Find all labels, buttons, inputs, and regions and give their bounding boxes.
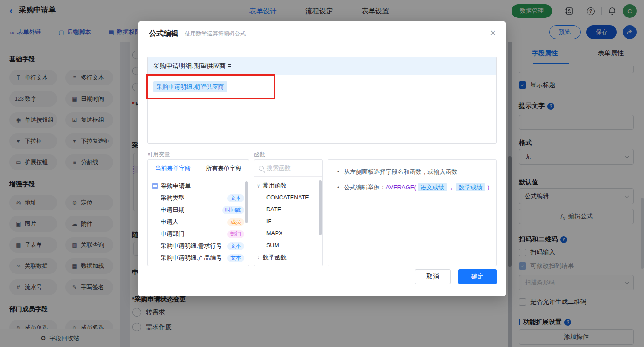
functions-list: ∨常用函数CONCATENATEDATEIFMAPXSUM›数学函数›文本函数 <box>254 177 322 266</box>
functions-panel: 搜索函数 ∨常用函数CONCATENATEDATEIFMAPXSUM›数学函数›… <box>254 159 323 266</box>
function-label: 常用函数 <box>263 182 287 190</box>
variable-row[interactable]: 采购类型文本 <box>148 192 249 204</box>
function-label: IF <box>266 218 271 225</box>
modal-footer: 取消 确定 <box>415 269 497 284</box>
variables-panel: 当前表单字段所有表单字段 采购申请单采购类型文本申请日期时间戳申请人成员申请部门… <box>147 159 249 266</box>
function-group[interactable]: ›数学函数 <box>254 251 322 263</box>
variable-type-badge: 时间戳 <box>222 206 245 214</box>
functions-label: 函数 <box>254 151 265 159</box>
functions-scrollbar[interactable] <box>319 180 322 235</box>
variable-name: 采购类型 <box>161 194 184 202</box>
function-item[interactable]: CONCATENATE <box>254 192 322 204</box>
help-panel: •从左侧面板选择字段名和函数，或输入函数 • 公式编辑举例：AVERAGE(语文… <box>328 159 497 266</box>
help-line-1: •从左侧面板选择字段名和函数，或输入函数 <box>337 167 487 176</box>
variables-tab-1[interactable]: 当前表单字段 <box>148 160 198 177</box>
variable-name: 申请部门 <box>161 230 184 238</box>
formula-editor-box: 采购申请明细.期望供应商 = 采购申请明细.期望供应商 <box>147 57 497 144</box>
formula-target-bar: 采购申请明细.期望供应商 = <box>148 57 496 75</box>
variable-root-name: 采购申请单 <box>161 182 191 190</box>
variable-row[interactable]: 申请日期时间戳 <box>148 204 249 216</box>
variables-tabs: 当前表单字段所有表单字段 <box>148 160 249 177</box>
example-chip: 语文成绩 <box>418 183 447 191</box>
formula-editor-modal: 公式编辑 使用数学运算符编辑公式 × 采购申请明细.期望供应商 = 采购申请明细… <box>138 21 506 296</box>
function-label: SUM <box>266 242 279 249</box>
variable-row[interactable]: 采购申请明细.需求行号文本 <box>148 240 249 252</box>
variable-name: 采购申请明细.需求行号 <box>161 242 222 250</box>
close-icon[interactable]: × <box>490 28 496 38</box>
example-chip: 数学成绩 <box>456 183 485 191</box>
function-item[interactable]: IF <box>254 216 322 228</box>
search-icon <box>259 166 264 171</box>
form-doc-icon <box>152 183 158 189</box>
variable-row[interactable]: 申请人成员 <box>148 216 249 228</box>
variable-type-badge: 成员 <box>227 218 244 226</box>
function-item[interactable]: MAPX <box>254 228 322 239</box>
modal-title: 公式编辑 <box>149 29 178 39</box>
chevron-down-icon: ∨ <box>254 183 263 189</box>
cancel-button[interactable]: 取消 <box>415 269 451 284</box>
variable-root-row[interactable]: 采购申请单 <box>148 180 249 192</box>
variable-row[interactable]: 采购申请明细.产品编号文本 <box>148 252 249 264</box>
variable-type-badge: 文本 <box>227 254 244 262</box>
function-label: 文本函数 <box>263 265 287 266</box>
formula-field-chip[interactable]: 采购申请明细.期望供应商 <box>153 81 227 92</box>
function-search[interactable]: 搜索函数 <box>254 160 322 177</box>
function-label: DATE <box>266 206 281 213</box>
variable-name: 采购申请明细.产品编号 <box>161 254 222 262</box>
variable-type-badge: 文本 <box>227 242 244 250</box>
function-item[interactable]: DATE <box>254 204 322 216</box>
function-group[interactable]: ›文本函数 <box>254 263 322 266</box>
function-label: 数学函数 <box>263 253 287 262</box>
help-line-2: • 公式编辑举例：AVERAGE(语文成绩，数学成绩） <box>337 183 487 192</box>
variable-name: 申请日期 <box>161 206 184 214</box>
modal-subtitle: 使用数学运算符编辑公式 <box>185 30 246 38</box>
function-label: MAPX <box>266 230 282 237</box>
variables-list: 采购申请单采购类型文本申请日期时间戳申请人成员申请部门部门采购申请明细.需求行号… <box>148 177 249 266</box>
modal-header: 公式编辑 使用数学运算符编辑公式 <box>138 21 506 47</box>
variable-type-badge: 文本 <box>227 194 244 202</box>
variable-type-badge: 部门 <box>227 230 244 238</box>
function-item[interactable]: SUM <box>254 239 322 251</box>
search-placeholder: 搜索函数 <box>267 164 291 172</box>
variables-tab-2[interactable]: 所有表单字段 <box>198 160 249 177</box>
function-group[interactable]: ∨常用函数 <box>254 180 322 192</box>
formula-editor-area[interactable]: 采购申请明细.期望供应商 <box>148 75 496 98</box>
variables-scrollbar[interactable] <box>245 181 248 223</box>
variables-label: 可用变量 <box>147 151 170 159</box>
variable-row[interactable]: 申请部门部门 <box>148 228 249 240</box>
function-label: CONCATENATE <box>266 194 309 201</box>
confirm-button[interactable]: 确定 <box>458 269 497 284</box>
variable-name: 申请人 <box>161 218 178 226</box>
chevron-right-icon: › <box>254 255 263 260</box>
